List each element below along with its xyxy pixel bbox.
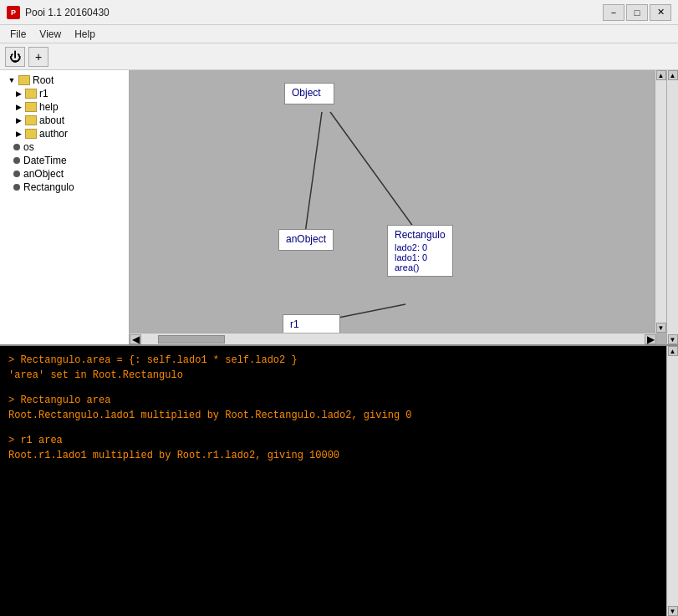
folder-icon	[18, 75, 30, 85]
dot-icon-anobject	[13, 171, 20, 177]
add-button[interactable]: +	[28, 47, 48, 67]
folder-icon-author	[25, 129, 37, 139]
canvas-hscroll: ◀ ▶	[130, 333, 656, 344]
vscroll-down-arrow[interactable]: ▼	[656, 323, 666, 333]
minimize-button[interactable]: −	[603, 4, 624, 21]
terminal-empty-1	[8, 383, 658, 393]
node-rectangulo-field2: lado1: 0	[395, 252, 446, 262]
add-icon: +	[35, 50, 42, 64]
menu-help[interactable]: Help	[68, 27, 102, 42]
terminal-line-3: > Rectangulo area	[8, 393, 658, 408]
node-rectangulo-title: Rectangulo	[395, 229, 446, 241]
terminal-vscroll: ▲ ▼	[666, 346, 678, 616]
menu-view[interactable]: View	[33, 27, 68, 42]
hscroll-right-arrow[interactable]: ▶	[645, 334, 656, 344]
canvas-svg	[130, 70, 666, 344]
sidebar-item-about-label: about	[39, 115, 64, 126]
vscroll-up-arrow[interactable]: ▲	[656, 70, 666, 80]
svg-line-2	[330, 304, 405, 319]
sidebar-item-os-label: os	[23, 141, 34, 153]
node-rectangulo-field1: lado2: 0	[395, 242, 446, 252]
sidebar-item-anobject[interactable]: anObject	[0, 167, 129, 181]
expand-icon: ▼	[7, 75, 17, 85]
canvas-vscroll: ▲ ▼	[655, 70, 666, 333]
node-anobject[interactable]: anObject	[278, 229, 334, 251]
sidebar-item-author[interactable]: ▶ author	[0, 127, 129, 140]
sidebar-item-root[interactable]: ▼ Root	[0, 74, 129, 87]
node-object[interactable]: Object	[284, 83, 334, 104]
sidebar-item-r1[interactable]: ▶ r1	[0, 87, 129, 100]
power-icon: ⏻	[9, 50, 21, 64]
menubar: File View Help	[0, 25, 678, 43]
terminal-vscroll-up[interactable]: ▲	[668, 346, 678, 356]
svg-line-1	[330, 112, 418, 233]
sidebar-item-datetime-label: DateTime	[23, 155, 67, 166]
sidebar-item-about[interactable]: ▶ about	[0, 114, 129, 127]
upper-vscroll-down[interactable]: ▼	[668, 334, 678, 344]
canvas-area: Object anObject Rectangulo lado2: 0 lado…	[130, 70, 666, 344]
sidebar-item-r1-label: r1	[39, 88, 48, 99]
titlebar: P Pooi 1.1 20160430 − □ ✕	[0, 0, 678, 25]
sidebar-item-author-label: author	[39, 128, 68, 140]
upper-vscroll: ▲ ▼	[666, 70, 678, 344]
terminal-empty-2	[8, 423, 658, 433]
terminal-vscroll-down[interactable]: ▼	[668, 606, 678, 616]
terminal-line-5: > r1 area	[8, 433, 658, 448]
title-text: Pooi 1.1 20160430	[25, 7, 603, 18]
sidebar-item-datetime[interactable]: DateTime	[0, 154, 129, 167]
sidebar-item-help[interactable]: ▶ help	[0, 100, 129, 114]
svg-line-0	[305, 112, 322, 233]
terminal[interactable]: > Rectangulo.area = {: self.lado1 * self…	[0, 346, 666, 616]
expand-icon-about: ▶	[13, 115, 23, 125]
node-rectangulo[interactable]: Rectangulo lado2: 0 lado1: 0 area()	[387, 225, 453, 277]
terminal-line-2: 'area' set in Root.Rectangulo	[8, 368, 658, 383]
upper-vscroll-up[interactable]: ▲	[668, 70, 678, 80]
app-icon: P	[7, 6, 20, 19]
expand-icon-r1: ▶	[13, 89, 23, 99]
expand-icon-author: ▶	[13, 129, 23, 139]
sidebar-item-rectangulo[interactable]: Rectangulo	[0, 181, 129, 194]
folder-icon-about	[25, 115, 37, 125]
close-button[interactable]: ✕	[650, 4, 671, 21]
hscroll-thumb[interactable]	[158, 335, 225, 344]
node-object-title: Object	[292, 87, 327, 99]
node-rectangulo-field3: area()	[395, 262, 446, 272]
dot-icon-os	[13, 144, 20, 150]
node-anobject-title: anObject	[286, 233, 326, 245]
terminal-line-4: Root.Rectangulo.lado1 multiplied by Root…	[8, 408, 658, 423]
menu-file[interactable]: File	[3, 27, 33, 42]
sidebar-item-os[interactable]: os	[0, 140, 129, 154]
content-area: ▼ Root ▶ r1 ▶ help ▶ about	[0, 70, 678, 616]
toolbar: ⏻ +	[0, 43, 678, 70]
sidebar-item-root-label: Root	[33, 74, 54, 86]
sidebar-item-rectangulo-label: Rectangulo	[23, 181, 74, 193]
sidebar-item-help-label: help	[39, 101, 59, 113]
terminal-wrapper: > Rectangulo.area = {: self.lado1 * self…	[0, 346, 678, 616]
hscroll-left-arrow[interactable]: ◀	[130, 334, 141, 344]
upper-section: ▼ Root ▶ r1 ▶ help ▶ about	[0, 70, 678, 346]
dot-icon-rectangulo	[13, 184, 20, 191]
folder-icon-help	[25, 102, 37, 112]
node-r1-title: r1	[290, 318, 333, 330]
folder-icon-r1	[25, 89, 37, 99]
sidebar: ▼ Root ▶ r1 ▶ help ▶ about	[0, 70, 130, 344]
dot-icon-datetime	[13, 157, 20, 164]
terminal-line-6: Root.r1.lado1 multiplied by Root.r1.lado…	[8, 448, 658, 463]
window-controls: − □ ✕	[603, 4, 671, 21]
expand-icon-help: ▶	[13, 102, 23, 112]
sidebar-item-anobject-label: anObject	[23, 168, 64, 180]
maximize-button[interactable]: □	[626, 4, 648, 21]
power-button[interactable]: ⏻	[5, 47, 25, 67]
terminal-line-1: > Rectangulo.area = {: self.lado1 * self…	[8, 353, 658, 368]
